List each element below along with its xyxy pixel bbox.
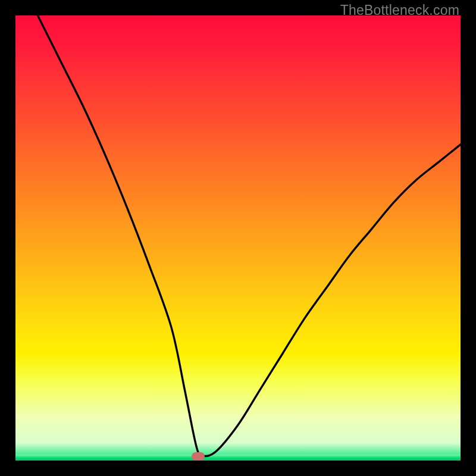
chart-frame: TheBottleneck.com — [0, 0, 476, 476]
watermark-text: TheBottleneck.com — [340, 2, 459, 18]
curve-layer — [15, 15, 461, 461]
optimal-point-marker — [192, 452, 205, 461]
plot-area — [15, 15, 461, 461]
bottleneck-curve — [37, 15, 461, 456]
